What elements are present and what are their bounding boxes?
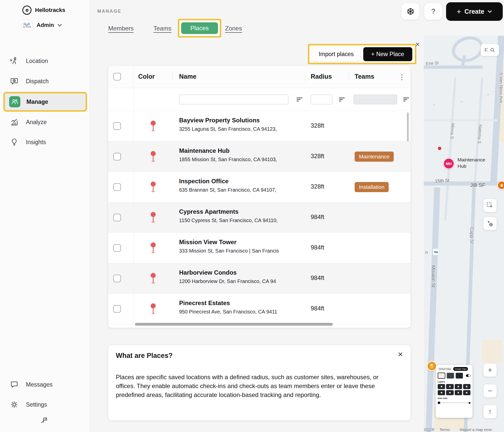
radius-filter-icon[interactable] <box>338 96 346 103</box>
default-maps-tab[interactable]: Default maps <box>438 367 452 371</box>
map-search-box[interactable]: F. <box>481 44 499 56</box>
new-place-button[interactable]: + New Place <box>363 47 412 61</box>
radius-filter-input[interactable] <box>311 95 332 104</box>
sidebar-item-dispatch[interactable]: Dispatch <box>9 74 49 88</box>
table-row[interactable]: Harborview Condos 1200 Harborview Dr, Sa… <box>108 263 411 294</box>
place-color-pin-icon[interactable] <box>149 242 158 255</box>
place-color-pin-icon[interactable] <box>149 211 158 225</box>
report-map-error-link[interactable]: Report a map error <box>460 427 492 432</box>
horizontal-scrollbar[interactable] <box>135 323 333 326</box>
map-style-thumb-dark[interactable] <box>455 373 463 379</box>
restaurant-poi-icon[interactable] <box>427 361 437 371</box>
table-row[interactable]: Maintenance Hub 1855 Mission St, San Fra… <box>108 141 411 172</box>
tab-places[interactable]: Places <box>181 22 218 34</box>
place-color-pin-icon[interactable] <box>149 151 158 164</box>
lasso-add-icon <box>486 220 494 227</box>
transit-logo[interactable]: ba <box>433 248 439 255</box>
table-menu-button[interactable]: ⋮ <box>396 71 408 83</box>
row-checkbox[interactable] <box>113 153 121 160</box>
tab-teams[interactable]: Teams <box>153 25 171 32</box>
card-close-icon[interactable]: × <box>398 350 403 358</box>
column-teams[interactable]: Teams <box>355 73 374 80</box>
sidebar-item-settings[interactable]: Settings <box>9 397 47 412</box>
zoom-in-button[interactable]: + <box>483 363 497 377</box>
name-filter-input[interactable] <box>179 95 288 104</box>
map-style-thumb-roadmap[interactable] <box>438 373 445 379</box>
table-row[interactable]: Pinecrest Estates 950 Pinecrest Ave, San… <box>108 294 411 324</box>
ai-assistant-button[interactable] <box>401 3 419 20</box>
column-radius[interactable]: Radius <box>311 73 332 80</box>
account-switcher[interactable]: BAYVIEW Admin <box>21 19 62 31</box>
map-panel[interactable]: Erie St S Van Ness Ave Minna S Natoma S … <box>424 36 504 432</box>
layer-thumb[interactable] <box>446 390 453 395</box>
row-checkbox[interactable] <box>113 183 121 191</box>
map-dot-marker[interactable] <box>438 147 441 150</box>
place-address: 1200 Harborview Dr, San Francisco, CA 94 <box>179 278 307 284</box>
layer-thumb[interactable] <box>463 390 470 395</box>
map-style-thumb-satellite[interactable] <box>447 373 454 379</box>
map-style-toggle[interactable] <box>466 374 470 377</box>
maintenance-hub-marker[interactable]: MH <box>443 158 454 169</box>
layer-thumb[interactable] <box>455 390 462 395</box>
table-row[interactable]: Bayview Property Solutions 3255 Laguna S… <box>108 111 411 141</box>
slider-knob[interactable] <box>438 402 440 404</box>
table-row[interactable]: Inspection Office 635 Brannan St, San Fr… <box>108 172 411 202</box>
sidebar-item-messages[interactable]: Messages <box>9 377 53 392</box>
teams-filter-icon[interactable] <box>402 96 410 103</box>
team-badge[interactable]: Installation <box>355 182 389 192</box>
sidebar-item-insights[interactable]: Insights <box>9 135 46 149</box>
pan-up-button[interactable]: ↑ <box>483 405 497 418</box>
table-row[interactable]: Mission View Tower 333 Mission St, San F… <box>108 233 411 263</box>
zoom-out-button[interactable]: − <box>483 384 497 397</box>
row-checkbox[interactable] <box>113 122 121 130</box>
sidebar-item-analyze[interactable]: Analyze <box>9 115 47 129</box>
place-color-pin-icon[interactable] <box>149 181 158 194</box>
maintenance-hub-label: Maintenance Hub <box>458 157 489 169</box>
google-maps-tab[interactable]: Google maps <box>453 367 468 371</box>
layer-thumb[interactable] <box>446 384 453 389</box>
help-button[interactable]: ? <box>424 3 442 20</box>
team-badge[interactable]: Maintenance <box>355 152 394 162</box>
row-checkbox[interactable] <box>113 214 121 221</box>
shopping-poi-icon[interactable] <box>497 181 504 190</box>
brand-name: Hellotracks <box>35 7 65 13</box>
place-name-cell: Mission View Tower 333 Mission St, San F… <box>179 239 307 254</box>
place-color-pin-icon[interactable] <box>149 272 158 286</box>
tab-members[interactable]: Members <box>108 25 134 32</box>
marquee-select-button[interactable] <box>483 199 497 212</box>
column-name[interactable]: Name <box>179 73 196 80</box>
map-block <box>482 340 502 363</box>
icon-size-slider[interactable] <box>438 402 470 404</box>
terms-link[interactable]: Terms <box>439 427 450 432</box>
sidebar-item-location[interactable]: Location <box>9 54 48 68</box>
layer-thumb[interactable] <box>455 384 462 389</box>
table-row[interactable]: Cypress Apartments 1150 Cypress St, San … <box>108 202 411 233</box>
column-divider <box>172 72 173 82</box>
google-logo-partial[interactable]: ogle <box>424 426 435 432</box>
import-places-button[interactable]: Import places <box>312 47 360 61</box>
sidebar-item-manage[interactable]: Manage <box>3 92 87 112</box>
row-checkbox[interactable] <box>113 244 121 252</box>
teams-filter-input[interactable] <box>354 95 397 104</box>
layer-thumb[interactable] <box>438 384 445 389</box>
row-checkbox[interactable] <box>113 275 121 282</box>
place-name: Mission View Tower <box>179 239 307 246</box>
vertical-scrollbar[interactable] <box>407 112 409 141</box>
layer-thumb[interactable] <box>438 390 445 395</box>
tab-zones[interactable]: Zones <box>225 25 242 32</box>
slider-knob[interactable] <box>469 402 470 404</box>
collapse-pin-icon[interactable] <box>40 415 49 425</box>
toolbar-close-icon[interactable]: × <box>416 41 420 48</box>
place-color-pin-icon[interactable] <box>149 120 158 133</box>
column-color[interactable]: Color <box>138 73 155 80</box>
layers-grid <box>438 384 470 395</box>
name-filter-icon[interactable] <box>296 96 303 103</box>
place-name-cell: Bayview Property Solutions 3255 Laguna S… <box>179 117 307 132</box>
select-all-checkbox[interactable] <box>113 73 121 80</box>
layer-thumb[interactable] <box>463 384 470 389</box>
lasso-add-button[interactable] <box>483 217 497 230</box>
create-button[interactable]: + Create <box>446 2 503 21</box>
create-label: Create <box>464 8 484 15</box>
place-color-pin-icon[interactable] <box>149 303 158 316</box>
row-checkbox[interactable] <box>113 305 121 313</box>
